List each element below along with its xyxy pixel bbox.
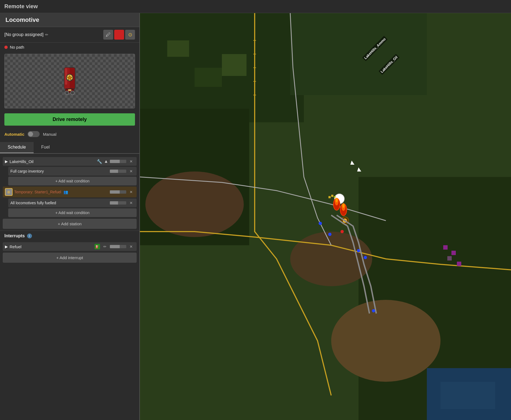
titlebar: Remote view	[0, 0, 511, 13]
schedule-content: ▶ LakeHills_Oil 🔧 ▲ ✕ Full cargo invento…	[0, 154, 139, 267]
svg-point-30	[342, 203, 345, 208]
progress-bar-2	[110, 190, 126, 194]
section-header: Locomotive	[0, 13, 139, 27]
interrupt-progress	[110, 245, 126, 248]
svg-rect-18	[440, 382, 495, 409]
interrupt-row-refuel: ▶ Refuel ⛽ ✏ ✕	[3, 242, 137, 251]
temp-station-icon: ⊗	[5, 188, 13, 196]
condition-row-2-1: All locomotives fully fuelled ✕	[8, 199, 137, 207]
svg-rect-43	[457, 262, 461, 266]
tab-fuel[interactable]: Fuel	[34, 142, 57, 153]
target-button[interactable]: ⊙	[125, 30, 135, 40]
interrupts-header: Interrupts i	[0, 230, 139, 241]
svg-rect-8	[68, 89, 71, 91]
svg-point-36	[340, 230, 344, 233]
drive-remotely-button[interactable]: Drive remotely	[4, 113, 135, 126]
svg-point-7	[71, 91, 74, 95]
svg-point-28	[336, 198, 338, 202]
svg-point-35	[328, 233, 331, 236]
add-wait-condition-button-2[interactable]: + Add wait condition	[8, 208, 137, 217]
progress-fill-1	[110, 160, 120, 163]
svg-rect-40	[443, 245, 448, 250]
fuel-icon-1: 🔧	[97, 159, 102, 164]
interrupt-name-refuel: Refuel	[10, 244, 93, 249]
locomotive-svg	[61, 66, 78, 96]
group-row: [No group assigned] ✏ 🖊 ⊙	[0, 27, 139, 43]
play-icon-interrupt: ▶	[5, 244, 8, 249]
condition-progress-2-1	[110, 201, 126, 205]
svg-point-14	[145, 171, 244, 237]
map-svg	[140, 13, 511, 420]
add-station-button[interactable]: + Add station	[3, 219, 137, 229]
edit-interrupt-pencil[interactable]: ✏	[102, 244, 108, 249]
locomotive-sprite	[61, 66, 78, 96]
svg-point-34	[319, 222, 322, 225]
svg-rect-44	[328, 196, 331, 198]
svg-rect-42	[447, 256, 452, 261]
svg-point-16	[290, 232, 372, 286]
titlebar-title: Remote view	[4, 3, 38, 10]
manual-label: Manual	[43, 132, 56, 137]
add-interrupt-button[interactable]: + Add interrupt	[3, 253, 137, 263]
svg-rect-41	[451, 251, 456, 255]
group-icons: 🖊 ⊙	[103, 30, 135, 40]
pipette-button[interactable]: 🖊	[103, 30, 113, 40]
tab-schedule[interactable]: Schedule	[0, 142, 34, 153]
interrupts-info-icon[interactable]: i	[27, 233, 32, 238]
up-icon-1[interactable]: ▲	[104, 159, 108, 164]
left-panel: Locomotive [No group assigned] ✏ 🖊 ⊙ No …	[0, 13, 140, 420]
svg-point-38	[364, 256, 367, 259]
close-condition-2-1[interactable]: ✕	[128, 200, 134, 206]
svg-rect-11	[290, 13, 427, 95]
auto-manual-toggle[interactable]	[28, 131, 40, 137]
add-wait-condition-button-1[interactable]: + Add wait condition	[8, 177, 137, 185]
group-icon: 👥	[63, 190, 68, 194]
red-color-button[interactable]	[114, 30, 124, 40]
no-path-indicator	[4, 46, 8, 49]
condition-progress-1-1	[110, 170, 126, 173]
svg-rect-49	[167, 40, 189, 57]
tabs-row: Schedule Fuel	[0, 142, 139, 154]
map-panel[interactable]: LakeHills_Ammo LakeHills_Oil	[140, 13, 511, 420]
svg-rect-51	[222, 54, 246, 76]
svg-point-6	[65, 91, 69, 95]
svg-point-39	[372, 309, 375, 312]
auto-manual-row: Automatic Manual	[0, 128, 139, 140]
toggle-thumb	[28, 132, 33, 137]
main-content: Locomotive [No group assigned] ✏ 🖊 ⊙ No …	[0, 13, 511, 420]
station-row-temporary-refuel: ⊗ Temporary: Starter1_Refuel 👥 ✕	[3, 187, 137, 197]
play-icon-1: ▶	[5, 159, 8, 164]
automatic-label: Automatic	[4, 132, 24, 137]
condition-text-1-1: Full cargo inventory	[10, 169, 108, 173]
no-path-text: No path	[10, 45, 24, 49]
svg-rect-46	[334, 196, 336, 198]
station-name-2: Temporary: Starter1_Refuel 👥	[14, 190, 108, 194]
locomotive-preview	[4, 54, 135, 108]
group-label-container: [No group assigned] ✏	[4, 32, 48, 37]
svg-rect-45	[331, 195, 333, 197]
station-name-1: LakeHills_Oil	[10, 159, 95, 164]
group-label-text: [No group assigned]	[4, 32, 43, 37]
progress-bar-1	[110, 160, 126, 163]
condition-row-1-1: Full cargo inventory ✕	[8, 167, 137, 176]
close-interrupt-refuel[interactable]: ✕	[128, 244, 134, 249]
group-edit-icon[interactable]: ✏	[45, 32, 48, 37]
svg-rect-50	[195, 68, 222, 87]
interrupts-label: Interrupts	[4, 233, 25, 238]
close-station-2[interactable]: ✕	[128, 189, 134, 195]
no-path-row: No path	[0, 43, 139, 52]
condition-text-2-1: All locomotives fully fuelled	[10, 201, 108, 205]
station-row-lakehills-oil: ▶ LakeHills_Oil 🔧 ▲ ✕	[3, 157, 137, 166]
close-station-1[interactable]: ✕	[128, 159, 134, 164]
section-title: Locomotive	[5, 16, 39, 23]
refuel-green-icon: ⛽	[95, 244, 100, 249]
svg-point-15	[331, 300, 440, 382]
close-condition-1-1[interactable]: ✕	[128, 168, 134, 174]
